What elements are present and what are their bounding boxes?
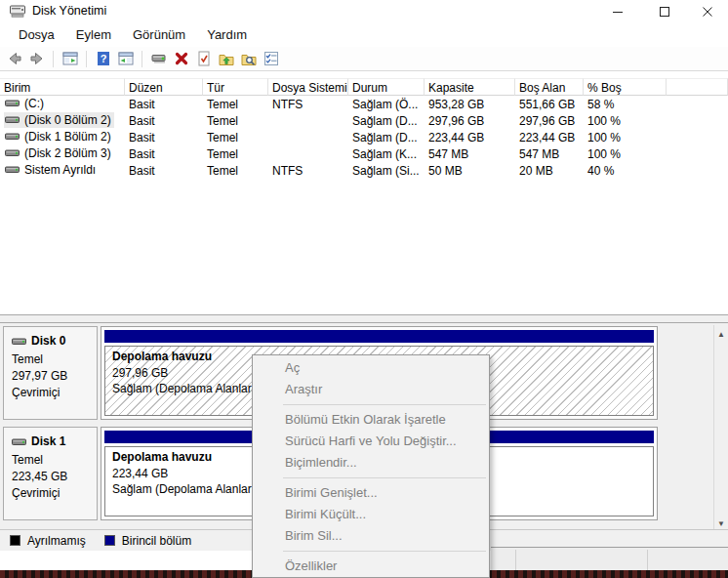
volume-cell: 58 % — [584, 98, 667, 111]
volume-cell: (Disk 0 Bölüm 2) — [0, 112, 125, 129]
volume-cell: Temel — [203, 131, 268, 144]
volume-cell: Sistem Ayrıldı — [0, 162, 125, 179]
volume-row[interactable]: (Disk 0 Bölüm 2)BasitTemelSağlam (D...29… — [0, 112, 667, 129]
folder-search-icon[interactable] — [240, 51, 257, 67]
legend-item-birincil-b-l-m: Birincil bölüm — [104, 534, 191, 548]
volume-label: (C:) — [4, 96, 47, 111]
volume-cell: 40 % — [584, 164, 667, 178]
volume-cell: Temel — [203, 114, 268, 128]
disk-icon — [12, 336, 26, 348]
legend-swatch — [10, 535, 20, 546]
context-menu-separator — [283, 551, 486, 552]
disk-icon — [12, 436, 26, 448]
check-document-icon[interactable] — [195, 51, 212, 67]
volume-label: (Disk 0 Bölüm 2) — [4, 112, 114, 128]
context-menu-item-s-r-c-harfi-ve-yolu-de-i-tir[interactable]: Sürücü Harfi ve Yolu Değiştir... — [253, 431, 489, 452]
column-header-dosya-sistemi[interactable]: Dosya Sistemi — [268, 78, 348, 96]
pane-splitter[interactable] — [0, 314, 728, 323]
volume-table: BirimDüzenTürDosya SistemiDurumKapasiteB… — [0, 72, 728, 314]
volume-cell: Basit — [125, 131, 203, 144]
volume-cell: 297,96 GB — [425, 114, 515, 128]
menubar-item-eylem[interactable]: Eylem — [65, 24, 122, 45]
disk-title: Disk 1 — [12, 434, 97, 450]
context-menu-separator — [283, 404, 486, 405]
volume-cell: (Disk 1 Bölüm 2) — [0, 129, 125, 145]
column-header-bo-alan[interactable]: Boş Alan — [515, 78, 584, 96]
disk-header-panel[interactable]: Disk 1Temel223,45 GBÇevrimiçi — [3, 427, 98, 520]
back-icon[interactable] — [6, 51, 22, 67]
volume-table-header: BirimDüzenTürDosya SistemiDurumKapasiteB… — [0, 78, 728, 96]
volume-disk-icon — [5, 114, 20, 126]
volume-cell: Temel — [203, 98, 268, 111]
volume-name: (Disk 2 Bölüm 3) — [24, 146, 111, 160]
context-menu-item-birimi-geni-let[interactable]: Birimi Genişlet... — [253, 482, 489, 504]
legend-label: Ayrılmamış — [27, 534, 86, 548]
help-icon[interactable]: ? — [95, 51, 111, 67]
disk-type: Temel — [12, 351, 97, 368]
console-tree-icon[interactable] — [61, 51, 78, 67]
disk-capacity: 223,45 GB — [12, 469, 97, 485]
column-header-d-zen[interactable]: Düzen — [125, 78, 203, 96]
disk-type: Temel — [12, 452, 97, 469]
action-pane-icon[interactable] — [117, 51, 134, 67]
scroll-up-icon[interactable]: ▲ — [714, 327, 728, 341]
disk-status: Çevrimiçi — [12, 385, 97, 401]
column-header-bo[interactable]: % Boş — [584, 78, 667, 96]
volume-row[interactable]: (Disk 2 Bölüm 3)BasitTemelSağlam (K...54… — [0, 145, 667, 162]
maximize-button[interactable] — [648, 0, 681, 22]
context-menu-item-bi-imlendir[interactable]: Biçimlendir... — [253, 452, 489, 474]
background-panel — [491, 547, 728, 570]
volume-cell: Sağlam (Ö... — [348, 98, 425, 111]
column-header-durum[interactable]: Durum — [348, 78, 425, 96]
context-menu-item-birim-sil[interactable]: Birim Sil... — [253, 525, 489, 547]
folder-up-icon[interactable] — [218, 51, 234, 67]
volume-cell: Basit — [125, 98, 203, 111]
volume-cell: Sağlam (D... — [348, 131, 425, 144]
volume-row[interactable]: Sistem AyrıldıBasitTemelNTFSSağlam (Si..… — [0, 162, 667, 179]
volume-cell: 100 % — [584, 114, 667, 128]
column-header-birim[interactable]: Birim — [0, 78, 125, 96]
minimize-button[interactable] — [601, 0, 634, 22]
volume-cell: 50 MB — [425, 164, 515, 178]
volume-disk-icon — [5, 131, 20, 143]
volume-cell: Sağlam (Si... — [348, 164, 425, 178]
title-bar: Disk Yönetimi — [0, 0, 728, 22]
menubar-item-dosya[interactable]: Dosya — [8, 24, 65, 45]
menubar-item-g-r-n-m[interactable]: Görünüm — [122, 24, 196, 45]
context-menu-item-ara-t-r[interactable]: Araştır — [253, 379, 489, 400]
partition-color-bar — [104, 330, 654, 343]
context-menu-item-a[interactable]: Aç — [253, 357, 489, 379]
volume-cell: Basit — [125, 164, 203, 178]
column-header-kapasite[interactable]: Kapasite — [425, 78, 515, 96]
toolbar-separator — [53, 51, 54, 67]
vertical-scrollbar[interactable]: ▲ ▼ — [713, 325, 728, 532]
column-header-t-r[interactable]: Tür — [203, 78, 268, 96]
disk-status: Çevrimiçi — [12, 485, 97, 502]
disk-header-panel[interactable]: Disk 0Temel297,97 GBÇevrimiçi — [3, 326, 98, 420]
disk-device-icon[interactable] — [150, 51, 167, 67]
close-button[interactable] — [691, 0, 724, 22]
volume-disk-icon — [5, 98, 20, 109]
context-menu-item-birimi-k-lt[interactable]: Birimi Küçült... — [253, 504, 489, 525]
volume-cell: 223,44 GB — [515, 131, 584, 144]
volume-disk-icon — [5, 147, 20, 159]
volume-row[interactable]: (C:)BasitTemelNTFSSağlam (Ö...953,28 GB5… — [0, 96, 667, 112]
volume-label: (Disk 2 Bölüm 3) — [4, 145, 114, 161]
volume-label: (Disk 1 Bölüm 2) — [4, 129, 114, 144]
legend-swatch — [104, 535, 115, 546]
toolbar-separator — [142, 51, 142, 67]
volume-cell: 297,96 GB — [515, 114, 584, 128]
volume-cell: Basit — [125, 147, 203, 161]
scroll-down-icon[interactable]: ▼ — [714, 516, 728, 530]
delete-volume-icon[interactable] — [173, 51, 189, 67]
forward-icon[interactable] — [28, 51, 45, 67]
app-icon — [10, 4, 25, 18]
properties-checklist-icon[interactable] — [263, 51, 279, 67]
context-menu-item-b-l-m-etkin-olarak-i-aretle[interactable]: Bölümü Etkin Olarak İşaretle — [253, 409, 489, 431]
volume-label: Sistem Ayrıldı — [4, 162, 99, 178]
menubar-item-yard-m[interactable]: Yardım — [196, 24, 258, 45]
volume-row[interactable]: (Disk 1 Bölüm 2)BasitTemelSağlam (D...22… — [0, 129, 667, 145]
context-menu-item-zellikler[interactable]: Özellikler — [253, 556, 489, 577]
volume-cell: 953,28 GB — [425, 98, 515, 111]
legend-item-ayr-lmam: Ayrılmamış — [10, 534, 86, 548]
